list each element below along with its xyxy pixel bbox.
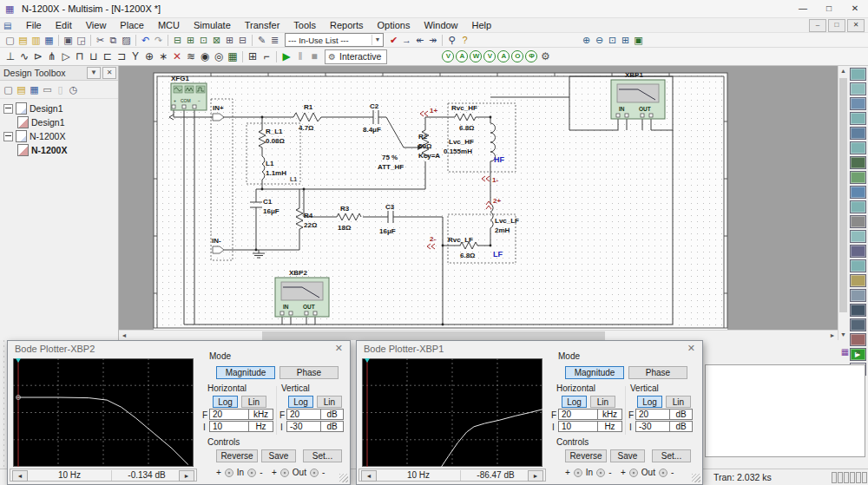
maximize-icon[interactable]: □: [816, 0, 842, 17]
open-design-icon[interactable]: ▤: [15, 83, 28, 96]
find-icon[interactable]: ⚲: [445, 34, 458, 47]
component-r3[interactable]: R3 18Ω: [337, 205, 361, 232]
place-rf-icon[interactable]: ≋: [184, 49, 198, 64]
vertical-lin-button[interactable]: Lin: [666, 396, 691, 408]
instrument-xbp1[interactable]: IN OUT XBP1: [611, 71, 665, 119]
postprocessor-toggle-icon[interactable]: ⊞: [223, 34, 236, 47]
print-icon[interactable]: ▣: [62, 34, 75, 47]
save-button[interactable]: Save: [261, 449, 296, 462]
run-simulation-icon[interactable]: ▶: [279, 49, 293, 64]
reverse-button[interactable]: Reverse: [216, 449, 258, 462]
grapher-toggle-icon[interactable]: ⊠: [210, 34, 223, 47]
spreadsheet-toggle-icon[interactable]: ⊞: [184, 34, 197, 47]
digital-multimeter-icon[interactable]: [850, 68, 866, 81]
create-component-icon[interactable]: ✎: [255, 34, 268, 47]
save-button[interactable]: Save: [610, 449, 645, 462]
place-analog-icon[interactable]: ▷: [59, 49, 73, 64]
tree-node-n1200x-sheet[interactable]: N-1200X: [3, 143, 118, 157]
probe-settings-icon[interactable]: ⚙: [538, 49, 552, 64]
in-use-list-combo[interactable]: --- In-Use List --- ▼: [285, 33, 384, 47]
save-icon[interactable]: ▦: [43, 34, 56, 47]
place-electromech-icon[interactable]: ◉: [198, 49, 212, 64]
scroll-up-icon[interactable]: ▲: [838, 66, 848, 76]
close-icon[interactable]: ✕: [687, 343, 695, 354]
tree-node-design1[interactable]: Design1: [3, 102, 118, 115]
wattmeter-icon[interactable]: [850, 97, 866, 110]
menu-place[interactable]: Place: [113, 18, 151, 32]
restore-child-icon[interactable]: □: [828, 19, 845, 32]
open-file-icon[interactable]: ▤: [16, 34, 30, 47]
bode-plotter-icon[interactable]: [850, 141, 866, 154]
distortion-analyzer-icon[interactable]: [850, 230, 866, 243]
horizontal-log-button[interactable]: Log: [213, 396, 238, 408]
set-button[interactable]: Set...: [652, 449, 691, 462]
instrument-xfg1[interactable]: + COM − XFG1: [171, 75, 207, 110]
agilent-multimeter-icon[interactable]: [850, 289, 866, 302]
horizontal-initial-field[interactable]: 10: [209, 421, 249, 432]
probe-1-plus[interactable]: 1+: [420, 107, 437, 116]
vertical-initial-field[interactable]: -30: [635, 421, 670, 432]
component-rvc-hf[interactable]: Rvc_HF 6.8Ω: [451, 104, 477, 132]
component-r-l1[interactable]: R_L1 0.08Ω: [259, 128, 286, 147]
forward-annotate-icon[interactable]: ↠: [426, 34, 439, 47]
component-r4[interactable]: R4 22Ω: [296, 208, 318, 229]
vertical-log-button[interactable]: Log: [637, 396, 662, 408]
open-samples-icon[interactable]: ▥: [30, 34, 43, 47]
minimize-icon[interactable]: —: [790, 0, 816, 17]
place-bus-icon[interactable]: ⌐: [260, 49, 273, 64]
recent-designs-icon[interactable]: ◷: [67, 83, 80, 96]
place-misc-icon[interactable]: ∗: [156, 49, 170, 64]
set-button[interactable]: Set...: [303, 449, 342, 462]
component-r2-potentiometer[interactable]: R2 50Ω Key=A 75 % ATT_HF: [378, 130, 440, 171]
phasor-probe-icon[interactable]: Φ: [525, 50, 537, 62]
place-misc-digital-icon[interactable]: ⊏: [101, 49, 115, 64]
component-lvc-lf[interactable]: Lvc_LF 2mH: [490, 204, 519, 234]
close-panel-icon[interactable]: ✕: [102, 67, 116, 79]
digital-probe-icon[interactable]: O: [511, 50, 523, 62]
full-screen-icon[interactable]: ▣: [632, 34, 645, 47]
erc-check-icon[interactable]: ✔: [387, 34, 400, 47]
probe-2-plus[interactable]: 2+: [486, 197, 501, 209]
frequency-counter-icon[interactable]: [850, 156, 866, 169]
place-peripherals-icon[interactable]: ✕: [170, 49, 184, 64]
phase-button[interactable]: Phase: [279, 366, 339, 379]
close-child-icon[interactable]: ✕: [847, 19, 865, 32]
cursor-left-icon[interactable]: ◄: [12, 470, 28, 482]
menu-tools[interactable]: Tools: [286, 18, 323, 32]
bode-plotter-xbp1-window[interactable]: Bode Plotter-XBP1 ✕ ◄ 10 Hz -86.47 dB ► …: [356, 340, 703, 485]
vertical-initial-field[interactable]: -30: [286, 421, 321, 432]
back-annotate-icon[interactable]: ↞: [413, 34, 426, 47]
vscroll-thumb[interactable]: [839, 78, 847, 312]
place-basic-icon[interactable]: ∿: [17, 49, 31, 64]
power-probe-icon[interactable]: W: [470, 50, 482, 62]
zoom-area-icon[interactable]: ⊡: [606, 34, 619, 47]
place-transistor-icon[interactable]: ⋔: [45, 49, 59, 64]
cursor-right-icon[interactable]: ►: [179, 470, 194, 482]
tektronix-oscilloscope-icon[interactable]: [850, 318, 866, 331]
horizontal-lin-button[interactable]: Lin: [241, 396, 266, 408]
hscroll-thumb[interactable]: [262, 331, 605, 340]
logic-converter-icon[interactable]: [850, 186, 866, 199]
schematic-canvas[interactable]: R1 4.7Ω C2 8.4μF R2 50Ω Key=A 75 % ATT_H…: [119, 66, 838, 330]
menu-view[interactable]: View: [79, 18, 114, 32]
menu-help[interactable]: Help: [465, 18, 499, 32]
phase-button[interactable]: Phase: [628, 366, 687, 379]
place-cmos-icon[interactable]: ⊔: [87, 49, 101, 64]
stop-simulation-icon[interactable]: ■: [307, 49, 321, 64]
in-plus-connector[interactable]: IN+: [213, 104, 224, 121]
menu-simulate[interactable]: Simulate: [187, 18, 238, 32]
horizontal-initial-field[interactable]: 10: [558, 421, 598, 432]
vertical-final-field[interactable]: 20: [286, 409, 321, 420]
paste-icon[interactable]: ▨: [120, 34, 133, 47]
transfer-to-pcb-icon[interactable]: →: [400, 34, 413, 47]
dock-chevron-icon[interactable]: »: [852, 345, 865, 358]
undo-icon[interactable]: ↶: [139, 34, 152, 47]
vertical-scrollbar[interactable]: ▲ ▼: [838, 66, 848, 340]
print-preview-icon[interactable]: ◲: [75, 34, 88, 47]
close-icon[interactable]: ✕: [842, 0, 868, 17]
parent-sheet-icon[interactable]: ⊟: [236, 34, 249, 47]
spectrum-analyzer-icon[interactable]: [850, 245, 866, 258]
place-connector-icon[interactable]: ◎: [212, 49, 226, 64]
place-ttl-icon[interactable]: ⊓: [73, 49, 87, 64]
menu-file[interactable]: File: [19, 18, 49, 32]
